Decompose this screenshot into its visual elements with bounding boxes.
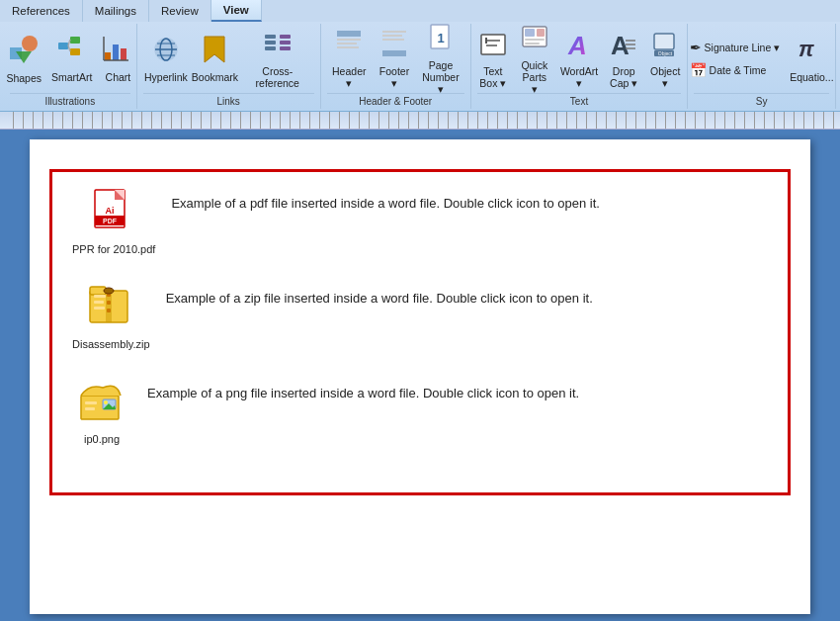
quickparts-label: QuickParts ▾ (519, 59, 550, 95)
bookmark-icon (202, 35, 227, 69)
svg-rect-40 (525, 29, 535, 37)
svg-rect-8 (105, 52, 111, 60)
smartart-label: SmartArt (51, 71, 92, 83)
header-icon (335, 29, 363, 63)
wordart-icon: A (565, 29, 593, 63)
datetime-button[interactable]: 📅 Date & Time (686, 59, 785, 81)
shapes-label: Shapes (6, 72, 42, 84)
datetime-label: Date & Time (710, 64, 767, 76)
svg-rect-19 (265, 35, 276, 39)
pdf-icon-area: PDF Ai PPR for 2010.pdf (72, 188, 155, 255)
chart-button[interactable]: Chart (98, 27, 137, 90)
svg-text:PDF: PDF (103, 218, 118, 224)
footer-button[interactable]: Footer ▾ (374, 27, 415, 90)
png-icon[interactable] (79, 378, 125, 429)
hyperlink-button[interactable]: Hyperlink (143, 27, 189, 90)
ruler-inner (4, 112, 840, 129)
text-items: TextBox ▾ QuickParts ▾ (473, 26, 685, 91)
textbox-icon (479, 29, 507, 63)
pdf-icon[interactable]: PDF Ai (91, 188, 136, 239)
pagenum-icon: 1 (427, 23, 455, 57)
textbox-label: TextBox ▾ (479, 65, 506, 89)
svg-rect-22 (280, 35, 291, 39)
wordart-button[interactable]: A WordArt ▾ (556, 27, 602, 90)
svg-rect-32 (382, 50, 406, 56)
bookmark-button[interactable]: Bookmark (191, 27, 239, 90)
content-box: PDF Ai PPR for 2010.pdf Example of a pdf… (49, 169, 791, 495)
tab-references[interactable]: References (0, 0, 83, 22)
svg-rect-70 (85, 401, 97, 404)
equation-label: Equatio... (790, 71, 833, 83)
svg-point-1 (22, 36, 38, 51)
equation-button[interactable]: π Equatio... (786, 27, 837, 90)
dropcap-button[interactable]: A DropCap ▾ (604, 27, 643, 90)
svg-rect-27 (337, 43, 357, 44)
object-button[interactable]: Object Object ▾ (645, 27, 685, 90)
group-symbols: ✒ Signature Line ▾ 📅 Date & Time π Equat (688, 24, 836, 109)
svg-rect-20 (265, 41, 276, 44)
quickparts-button[interactable]: QuickParts ▾ (515, 27, 554, 90)
smartart-button[interactable]: SmartArt (47, 27, 96, 90)
svg-rect-66 (94, 295, 106, 298)
ribbon-tab-bar: References Mailings Review View (0, 0, 840, 22)
links-label: Links (143, 93, 314, 107)
sym-label: Sy (694, 93, 829, 107)
group-links: Hyperlink Bookmark (137, 24, 321, 109)
svg-rect-5 (70, 48, 80, 55)
pdf-filename: PPR for 2010.pdf (72, 243, 155, 255)
illustrations-items: Shapes SmartArt (2, 26, 137, 91)
sigline-label: Signature Line ▾ (705, 42, 781, 53)
ribbon: References Mailings Review View Shapes (0, 0, 840, 112)
svg-rect-4 (70, 37, 80, 44)
tab-view[interactable]: View (211, 0, 262, 22)
dropcap-icon: A (610, 29, 637, 63)
ruler (0, 112, 840, 130)
ribbon-body: Shapes SmartArt (0, 22, 840, 111)
footer-label: Footer ▾ (378, 65, 411, 89)
svg-rect-71 (85, 407, 95, 410)
svg-rect-30 (382, 35, 402, 37)
crossref-button[interactable]: Cross-reference (241, 27, 314, 90)
svg-rect-24 (280, 46, 291, 50)
sigline-button[interactable]: ✒ Signature Line ▾ (686, 37, 785, 58)
svg-rect-23 (280, 41, 291, 44)
svg-rect-26 (337, 39, 361, 41)
equation-icon: π (797, 35, 826, 69)
chart-icon (103, 35, 132, 69)
svg-rect-67 (94, 301, 104, 304)
svg-rect-25 (337, 31, 361, 37)
object-icon: Object (651, 29, 679, 63)
zip-icon[interactable] (88, 283, 133, 334)
svg-point-65 (104, 288, 114, 294)
sigline-icon: ✒ (690, 40, 702, 55)
svg-rect-64 (107, 309, 111, 312)
svg-marker-18 (205, 37, 224, 62)
tab-review[interactable]: Review (149, 0, 211, 22)
svg-rect-42 (525, 39, 545, 41)
textbox-button[interactable]: TextBox ▾ (473, 27, 513, 90)
hyperlink-icon (151, 35, 181, 69)
group-illustrations: Shapes SmartArt (4, 24, 137, 109)
svg-line-7 (68, 45, 70, 51)
svg-text:A: A (567, 31, 587, 58)
svg-rect-43 (525, 43, 540, 44)
object-label: Object ▾ (649, 65, 681, 89)
tab-mailings[interactable]: Mailings (83, 0, 149, 22)
illustrations-label: Illustrations (10, 93, 130, 107)
zip-icon-area: Disassembly.zip (72, 283, 150, 350)
svg-rect-28 (337, 46, 359, 48)
svg-rect-68 (94, 307, 105, 310)
shapes-button[interactable]: Shapes (2, 27, 45, 90)
zip-filename: Disassembly.zip (72, 338, 150, 350)
dropcap-label: DropCap ▾ (610, 65, 637, 89)
crossref-icon (263, 29, 293, 63)
png-icon-area: ip0.png (72, 378, 131, 445)
pagenum-button[interactable]: 1 PageNumber ▾ (417, 27, 464, 90)
png-file-item: ip0.png Example of a png file inserted i… (72, 378, 768, 445)
svg-line-6 (68, 40, 70, 45)
png-description: Example of a png file inserted inside a … (147, 378, 579, 400)
svg-rect-63 (107, 301, 111, 305)
group-text: TextBox ▾ QuickParts ▾ (471, 24, 688, 109)
svg-rect-35 (481, 35, 505, 54)
header-button[interactable]: Header ▾ (327, 27, 373, 90)
